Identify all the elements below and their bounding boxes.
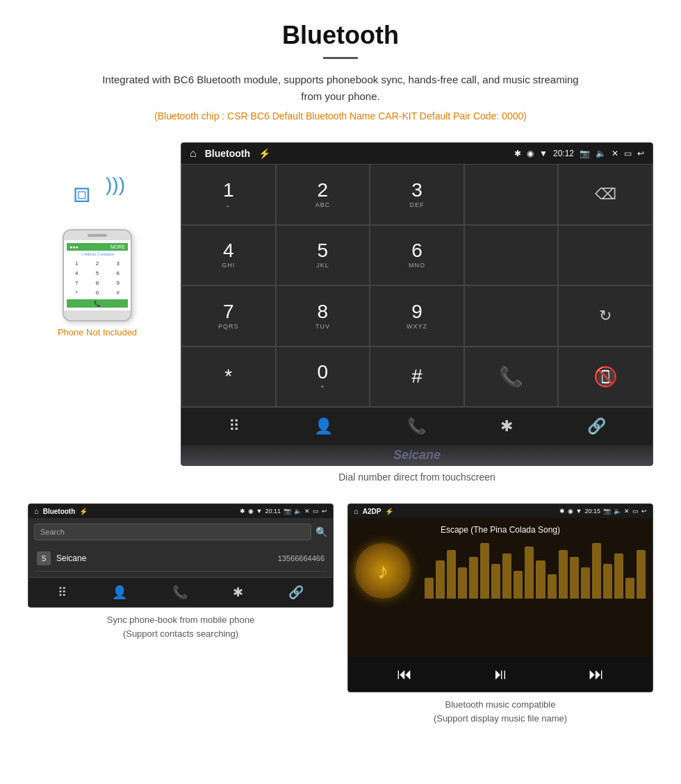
pb-contacts-icon[interactable]: 👤 (112, 585, 127, 600)
dial-screen-wrapper: ⌂ Bluetooth ⚡ ✱ ◉ ▼ 20:12 📷 🔈 ✕ ▭ ↩ (181, 142, 653, 497)
key-num: 6 (411, 241, 422, 260)
music-win-icon[interactable]: ▭ (632, 508, 639, 515)
phonebook-caption: Sync phone-book from mobile phone(Suppor… (28, 613, 334, 640)
eq-bar (491, 564, 500, 599)
phonebook-content: Search 🔍 S Seicane 13566664466 (28, 518, 333, 577)
phonebook-bottom-bar: ⠿ 👤 📞 ✱ 🔗 (28, 577, 333, 607)
music-screen: ⌂ A2DP ⚡ ✱ ◉ ▼ 20:15 📷 🔈 ✕ ▭ ↩ Escape ( (347, 503, 653, 692)
key-num: 5 (318, 241, 329, 260)
phone-nav-icon[interactable]: 📞 (407, 417, 426, 435)
dial-redial-key[interactable]: ↻ (558, 285, 653, 347)
dial-key-1[interactable]: 1 ⌄ (181, 164, 276, 225)
music-back-icon[interactable]: ↩ (641, 508, 647, 515)
key-num: * (224, 367, 232, 386)
music-close-icon[interactable]: ✕ (624, 508, 630, 515)
phone-aside: ⧈ ))) ●●● MORE + Add to Contacts 1 2 3 4… (28, 142, 167, 337)
music-app-name: A2DP (363, 508, 381, 515)
dial-key-0[interactable]: 0 + (276, 347, 370, 408)
contacts-nav-icon[interactable]: 👤 (314, 417, 333, 435)
numpad-nav-icon[interactable]: ⠿ (229, 417, 240, 435)
dial-key-7[interactable]: 7 PQRS (181, 285, 276, 347)
signal-icon: ▼ (539, 149, 548, 158)
pb-loc-icon: ◉ (248, 508, 254, 515)
key-sub: WXYZ (407, 323, 427, 330)
key-sub: ⌄ (225, 201, 231, 208)
pb-phone-icon[interactable]: 📞 (172, 585, 188, 600)
dial-key-star[interactable]: * (181, 347, 276, 408)
pb-link-icon[interactable]: 🔗 (288, 585, 304, 600)
contact-row[interactable]: S Seicane 13566664466 (34, 546, 327, 572)
link-nav-icon[interactable]: 🔗 (587, 417, 606, 435)
pb-win-icon[interactable]: ▭ (313, 508, 319, 515)
dial-key-8[interactable]: 8 TUV (276, 285, 370, 347)
phone-not-included-label: Phone Not Included (58, 327, 137, 337)
key-sub: GHI (222, 262, 235, 269)
dial-key-9[interactable]: 9 WXYZ (370, 285, 464, 347)
dial-call-red[interactable]: 📵 (558, 347, 653, 408)
phone-num-0: 0 (88, 288, 108, 297)
music-loc-icon: ◉ (568, 508, 573, 515)
close-icon[interactable]: ✕ (612, 149, 618, 158)
eq-bar (458, 567, 467, 599)
key-num: 8 (318, 302, 329, 322)
contact-badge: S (37, 551, 51, 565)
dial-key-3[interactable]: 3 DEF (370, 164, 464, 225)
camera-icon: 📷 (580, 149, 590, 158)
music-status-right: ✱ ◉ ▼ 20:15 📷 🔈 ✕ ▭ ↩ (559, 508, 647, 515)
key-num: 0 (318, 362, 329, 382)
music-home-icon[interactable]: ⌂ (354, 507, 359, 515)
window-icon[interactable]: ▭ (624, 149, 632, 158)
key-sub: ABC (315, 201, 331, 208)
phonebook-status-left: ⌂ Bluetooth ⚡ (34, 507, 88, 515)
key-num: 1 (223, 181, 234, 200)
pb-vol-icon: 🔈 (294, 508, 302, 515)
key-sub: + (320, 383, 325, 390)
phone-num-hash: # (108, 288, 128, 297)
play-pause-icon[interactable]: ⏯ (493, 665, 508, 683)
phone-num-7: 7 (67, 278, 87, 287)
dial-key-5[interactable]: 5 JKL (276, 225, 370, 286)
music-note-icon: ♪ (377, 558, 388, 584)
phone-num-star: * (67, 288, 87, 297)
back-icon[interactable]: ↩ (637, 149, 644, 158)
music-disc: ♪ (355, 543, 411, 599)
phone-bottom-bar (64, 310, 131, 320)
bluetooth-nav-icon[interactable]: ✱ (500, 417, 513, 435)
music-controls: ⏮ ⏯ ⏭ (348, 657, 653, 692)
dial-call-green[interactable]: 📞 (464, 347, 559, 408)
dial-key-6[interactable]: 6 MNO (370, 225, 464, 286)
search-icon[interactable]: 🔍 (315, 526, 327, 537)
music-status-left: ⌂ A2DP ⚡ (354, 507, 393, 515)
eq-bar (502, 553, 511, 599)
pb-numpad-icon[interactable]: ⠿ (58, 585, 67, 600)
home-icon[interactable]: ⌂ (190, 147, 197, 160)
dial-key-4[interactable]: 4 GHI (181, 225, 276, 286)
prev-track-icon[interactable]: ⏮ (397, 665, 412, 683)
dial-delete-key[interactable]: ⌫ (558, 164, 653, 225)
eq-bar (559, 550, 568, 599)
eq-bar (603, 564, 612, 599)
contact-name: Seicane (56, 553, 272, 563)
music-block: ⌂ A2DP ⚡ ✱ ◉ ▼ 20:15 📷 🔈 ✕ ▭ ↩ Escape ( (347, 503, 653, 725)
pb-bt-nav-icon[interactable]: ✱ (233, 585, 243, 600)
pb-back-icon[interactable]: ↩ (322, 508, 327, 515)
pb-close-icon[interactable]: ✕ (304, 508, 310, 515)
eq-bar (436, 560, 445, 599)
next-track-icon[interactable]: ⏭ (589, 665, 604, 683)
dial-key-hash[interactable]: # (370, 347, 464, 408)
dial-status-bar: ⌂ Bluetooth ⚡ ✱ ◉ ▼ 20:12 📷 🔈 ✕ ▭ ↩ (181, 143, 653, 164)
pb-usb-icon: ⚡ (79, 508, 88, 515)
dial-grid: 1 ⌄ 2 ABC 3 DEF ⌫ 4 (181, 164, 653, 407)
eq-bar (425, 578, 434, 599)
phone-num-4: 4 (67, 269, 87, 278)
phone-add-contact: + Add to Contacts (67, 252, 128, 256)
pb-home-icon[interactable]: ⌂ (34, 507, 39, 515)
music-usb-icon: ⚡ (385, 508, 393, 515)
eq-bar (614, 553, 623, 599)
dial-empty-2 (464, 225, 559, 286)
dial-caption: Dial number direct from touchscreen (181, 472, 653, 483)
music-caption: Bluetooth music compatible(Support displ… (347, 698, 653, 725)
phonebook-status-right: ✱ ◉ ▼ 20:11 📷 🔈 ✕ ▭ ↩ (240, 508, 327, 515)
search-input[interactable]: Search (34, 524, 311, 540)
dial-key-2[interactable]: 2 ABC (276, 164, 370, 225)
